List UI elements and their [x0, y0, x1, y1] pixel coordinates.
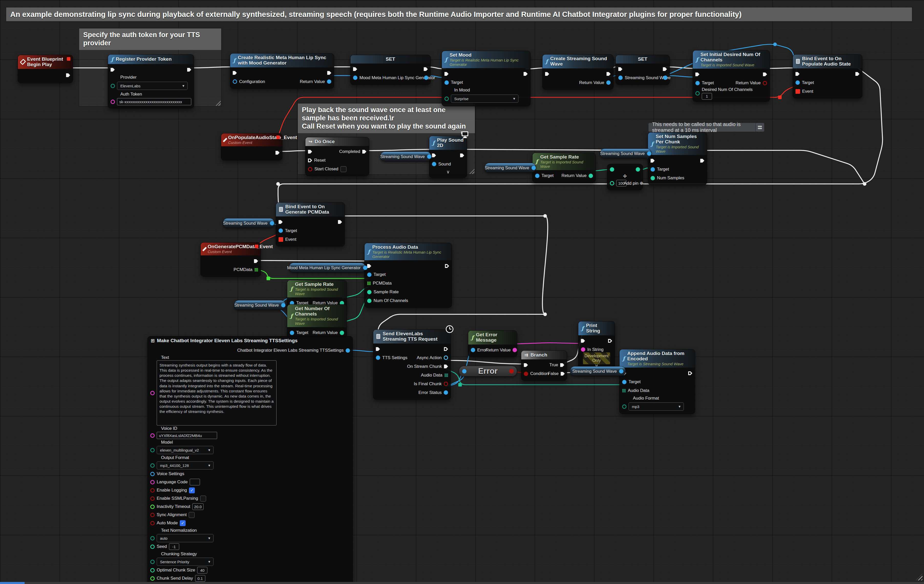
exec-pin[interactable]	[338, 220, 342, 224]
horizontal-scrollbar[interactable]	[0, 582, 924, 584]
number-input[interactable]: -1	[169, 543, 179, 550]
exec-pin[interactable]	[581, 339, 585, 343]
make-chatbot-tts-settings[interactable]: ⊞Make Chatbot Integrator Eleven Labs Str…	[147, 336, 353, 584]
exec-pin[interactable]	[524, 363, 528, 367]
register-provider-token[interactable]: ƒRegister Provider TokenProviderElevenLa…	[108, 54, 194, 108]
node-header[interactable]: ƒPrint String	[578, 321, 615, 335]
exec-pin[interactable]	[308, 159, 312, 162]
var-streaming-sound-wave-1[interactable]: Streaming Sound Wave	[380, 152, 431, 161]
dropdown[interactable]: ElevenLabs▾	[117, 82, 188, 90]
play-sound-2d[interactable]: ƒPlay Sound 2DSound∨	[429, 136, 467, 178]
node-header[interactable]: Bind Event to On Generate PCMData	[276, 203, 345, 217]
int-pin[interactable]	[610, 167, 614, 172]
node-header[interactable]: Send ElevenLabs Streaming TTS Request	[373, 330, 450, 344]
number-input[interactable]: 40	[197, 567, 207, 574]
exec-pin[interactable]	[618, 67, 622, 71]
bool-pin[interactable]	[763, 81, 767, 85]
bool-pin[interactable]	[150, 513, 155, 517]
reroute-node[interactable]	[267, 276, 270, 280]
str-pin[interactable]	[513, 348, 517, 352]
exec-pin[interactable]	[560, 363, 564, 367]
obj-pin[interactable]	[462, 369, 467, 374]
node-header[interactable]: Event Blueprint Begin Play	[18, 55, 73, 69]
exec-pin[interactable]	[444, 364, 448, 368]
reroute-node[interactable]	[863, 182, 866, 186]
comment-resize-grip[interactable]	[469, 169, 474, 174]
exec-pin[interactable]	[308, 150, 312, 154]
str-pin[interactable]	[150, 433, 155, 438]
int-pin[interactable]	[636, 167, 640, 172]
node-header[interactable]: ƒCreate Streaming Sound Wave	[543, 55, 613, 68]
obj-pin[interactable]	[695, 81, 700, 85]
exec-pin[interactable]	[688, 371, 692, 375]
node-header[interactable]: SET	[616, 55, 670, 63]
var-streaming-sound-wave-6[interactable]: Streaming Sound Wave	[570, 366, 626, 376]
exec-pin[interactable]	[444, 72, 449, 76]
obj-pin[interactable]	[233, 79, 237, 84]
exec-pin[interactable]	[855, 72, 860, 76]
enum-pin[interactable]	[150, 448, 155, 452]
obj-pin[interactable]	[363, 266, 367, 270]
obj-pin[interactable]	[444, 390, 448, 395]
enum-pin[interactable]	[150, 560, 155, 564]
enum-pin[interactable]	[695, 91, 700, 96]
int-pin[interactable]	[367, 299, 371, 303]
dropdown[interactable]: Surprise▾	[451, 94, 518, 103]
node-header[interactable]: ƒRegister Provider Token	[108, 55, 194, 64]
exec-pin[interactable]	[367, 264, 371, 268]
reroute-node[interactable]	[778, 96, 782, 99]
var-streaming-sound-wave-4[interactable]: Streaming Sound Wave	[223, 218, 274, 228]
on-generate-pcmdata-event[interactable]: OnGeneratePCMData_EventCustom EventPCMDa…	[200, 242, 261, 276]
obj-pin[interactable]	[444, 80, 449, 85]
exec-pin[interactable]	[523, 72, 528, 76]
obj-pin[interactable]	[346, 348, 350, 353]
obj-pin[interactable]	[795, 80, 800, 85]
event-begin-play[interactable]: Event Blueprint Begin Play	[18, 55, 73, 83]
obj-pin[interactable]	[281, 303, 285, 308]
exec-pin[interactable]	[233, 71, 237, 75]
exec-pin[interactable]	[432, 154, 436, 157]
float-pin[interactable]	[150, 505, 155, 509]
bool-pin[interactable]	[150, 488, 155, 493]
int-pin[interactable]	[650, 176, 655, 180]
dropdown[interactable]: auto▾	[157, 534, 213, 542]
delegate-output-pin[interactable]	[67, 57, 70, 61]
exec-pin[interactable]	[663, 67, 667, 71]
text-input[interactable]: uYXf8XasLslADfZ2MB4u	[157, 432, 217, 439]
node-header[interactable]: ƒSet Initial Desired Num Of ChannelsTarg…	[693, 50, 770, 69]
int-pin[interactable]	[367, 290, 371, 294]
reroute-node[interactable]	[543, 313, 547, 316]
reroute-node[interactable]	[773, 43, 777, 46]
node-header[interactable]: ƒGet Sample RateTarget is Imported Sound…	[287, 280, 346, 298]
exec-pin[interactable]	[445, 264, 449, 268]
str-pin[interactable]	[150, 391, 155, 395]
var-mood-lipsync-generator[interactable]: Mood Meta Human Lip Sync Generator	[289, 263, 366, 273]
reroute-node[interactable]	[276, 182, 280, 186]
obj-pin[interactable]	[367, 273, 371, 277]
node-header[interactable]: ⇉Branch	[521, 351, 567, 359]
exec-pin[interactable]	[353, 67, 357, 71]
int-pin[interactable]	[589, 174, 593, 178]
enum-pin[interactable]	[150, 536, 155, 541]
checkbox[interactable]	[200, 496, 206, 501]
reroute-node[interactable]	[543, 214, 547, 218]
obj-pin[interactable]	[150, 472, 155, 476]
obj-pin[interactable]	[663, 76, 667, 80]
enum-pin[interactable]	[111, 84, 115, 88]
process-audio-data[interactable]: ƒProcess Audio DataTarget is Realistic M…	[364, 243, 452, 308]
streaming-interval-note[interactable]: This needs to be called so that audio is…	[648, 123, 761, 132]
bind-event-generate-pcmdata[interactable]: Bind Event to On Generate PCMDataTargetE…	[276, 202, 345, 247]
exec-pin[interactable]	[795, 72, 800, 76]
obj-pin[interactable]	[376, 356, 380, 360]
set-mood[interactable]: ƒSet MoodTarget is Realistic Meta Human …	[442, 51, 530, 106]
send-elevenlabs-streaming-tts-request[interactable]: Send ElevenLabs Streaming TTS RequestTTS…	[373, 329, 451, 400]
dropdown[interactable]: mp3▾	[629, 402, 684, 410]
node-header[interactable]: ƒSet Num Samples Per ChunkTarget is Impo…	[648, 132, 707, 155]
get-error-message[interactable]: ƒGet Error MessageErrorReturn Value	[468, 331, 517, 357]
node-header[interactable]: ƒGet Number Of ChannelsTarget is Importe…	[287, 304, 346, 327]
obj-pin[interactable]	[606, 80, 610, 85]
create-streaming-sound-wave[interactable]: ƒCreate Streaming Sound WaveReturn Value	[542, 54, 614, 89]
bool-pin[interactable]	[444, 382, 448, 386]
bool-pin[interactable]	[150, 496, 155, 501]
number-input[interactable]: 20.0	[192, 503, 203, 510]
